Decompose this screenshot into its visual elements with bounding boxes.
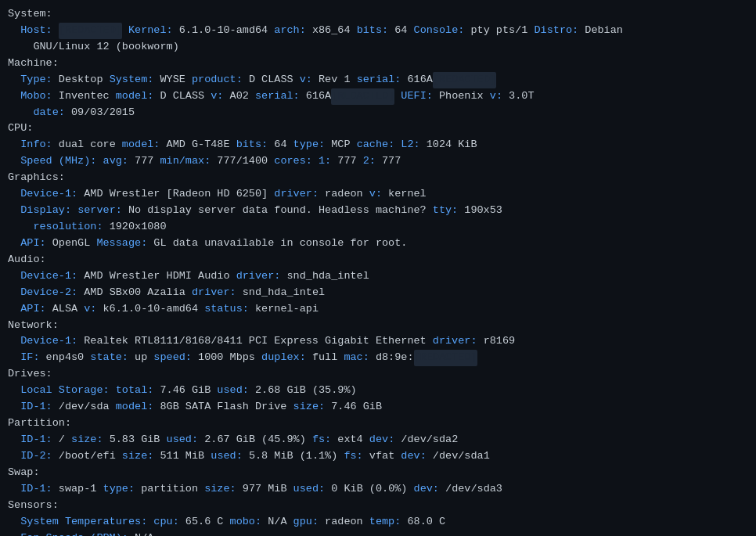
drive-id1-line: ID-1: /dev/sda model: 8GB SATA Flash Dri…: [8, 399, 748, 415]
audio-device1-line: Device-1: AMD Wrestler HDMI Audio driver…: [8, 268, 748, 285]
redacted-value: [REDACTED]: [331, 88, 394, 105]
graphics-header: Graphics:: [8, 170, 748, 186]
mobo-line: Mobo: Inventec model: D CLASS v: A02 ser…: [8, 88, 748, 105]
distro-cont: GNU/Linux 12 (bookworm): [8, 39, 748, 56]
redacted-value: [REDACTED]: [59, 23, 122, 39]
redacted-value: [REDACTED]: [414, 350, 477, 366]
cpu-header: CPU:: [8, 121, 748, 137]
type-line: Type: Desktop System: WYSE product: D CL…: [8, 72, 748, 88]
audio-api-line: API: ALSA v: k6.1.0-10-amd64 status: ker…: [8, 301, 748, 318]
part-id2-line: ID-2: /boot/efi size: 511 MiB used: 5.8 …: [8, 448, 748, 465]
date-line: date: 09/03/2015: [8, 105, 748, 121]
temp-line: System Temperatures: cpu: 65.6 C mobo: N…: [8, 514, 748, 531]
api-opengl-line: API: OpenGL Message: GL data unavailable…: [8, 236, 748, 252]
partition-header: Partition:: [8, 415, 748, 432]
audio-device2-line: Device-2: AMD SBx00 Azalia driver: snd_h…: [8, 285, 748, 301]
host-line: Host: [REDACTED] Kernel: 6.1.0-10-amd64 …: [8, 23, 748, 39]
swap-id1-line: ID-1: swap-1 type: partition size: 977 M…: [8, 481, 748, 498]
system-header: System:: [8, 6, 748, 23]
resolution-line: resolution: 1920x1080: [8, 219, 748, 236]
local-storage-line: Local Storage: total: 7.46 GiB used: 2.6…: [8, 383, 748, 399]
machine-header: Machine:: [8, 56, 748, 72]
cpu-speed-line: Speed (MHz): avg: 777 min/max: 777/1400 …: [8, 153, 748, 170]
terminal-output: System: Host: [REDACTED] Kernel: 6.1.0-1…: [8, 6, 748, 536]
redacted-value: [REDACTED]: [433, 72, 496, 88]
cpu-info-line: Info: dual core model: AMD G-T48E bits: …: [8, 137, 748, 153]
audio-header: Audio:: [8, 252, 748, 268]
sensors-header: Sensors:: [8, 498, 748, 514]
part-id1-line: ID-1: / size: 5.83 GiB used: 2.67 GiB (4…: [8, 432, 748, 448]
drives-header: Drives:: [8, 366, 748, 383]
network-header: Network:: [8, 318, 748, 334]
swap-header: Swap:: [8, 465, 748, 481]
fan-line: Fan Speeds (RPM): N/A: [8, 531, 748, 537]
net-if-line: IF: enp4s0 state: up speed: 1000 Mbps du…: [8, 350, 748, 366]
display-line: Display: server: No display server data …: [8, 203, 748, 219]
net-device1-line: Device-1: Realtek RTL8111/8168/8411 PCI …: [8, 333, 748, 350]
gpu-device1-line: Device-1: AMD Wrestler [Radeon HD 6250] …: [8, 186, 748, 203]
